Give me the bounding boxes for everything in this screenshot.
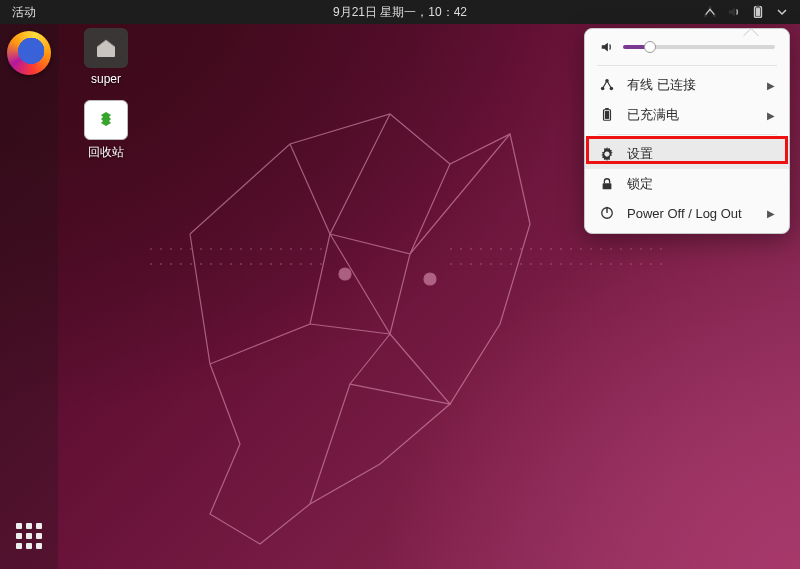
chevron-right-icon: ▶ [767,110,775,121]
volume-icon [599,39,615,55]
svg-rect-4 [756,5,760,7]
show-applications-button[interactable] [6,513,52,559]
svg-rect-5 [756,8,760,16]
chevron-right-icon: ▶ [767,80,775,91]
volume-icon [726,4,742,20]
home-folder-icon [84,28,128,68]
volume-row [585,29,789,61]
svg-rect-20 [606,207,607,213]
network-icon [599,77,615,93]
battery-icon [599,107,615,123]
top-bar: 活动 9月21日 星期一，10：42 [0,0,800,24]
menu-item-label: 已充满电 [627,106,679,124]
activities-button[interactable]: 活动 [0,4,48,21]
battery-icon [750,4,766,20]
clock[interactable]: 9月21日 星期一，10：42 [333,4,467,21]
menu-item-label: 设置 [627,145,653,163]
desktop-icons: super 回收站 [70,28,142,175]
trash-icon [84,100,128,140]
volume-slider[interactable] [623,45,775,49]
network-icon [702,4,718,20]
menu-item-power[interactable]: Power Off / Log Out ▶ [585,199,789,227]
desktop-icon-trash[interactable]: 回收站 [70,100,142,161]
menu-item-label: 锁定 [627,175,653,193]
svg-rect-16 [605,108,609,110]
desktop-icon-label: 回收站 [70,144,142,161]
firefox-icon [7,31,51,75]
chevron-right-icon: ▶ [767,208,775,219]
menu-item-battery[interactable]: 已充满电 ▶ [585,100,789,130]
desktop-icon-label: super [70,72,142,86]
svg-point-6 [339,268,351,280]
menu-item-lock[interactable]: 锁定 [585,169,789,199]
separator [597,65,777,66]
menu-item-settings[interactable]: 设置 [585,139,789,169]
menu-item-label: 有线 已连接 [627,76,696,94]
separator [597,134,777,135]
svg-rect-17 [605,111,609,119]
apps-grid-icon [16,523,42,549]
power-icon [599,205,615,221]
system-tray[interactable] [692,4,800,20]
desktop-icon-home[interactable]: super [70,28,142,86]
menu-item-label: Power Off / Log Out [627,206,742,221]
menu-item-network[interactable]: 有线 已连接 ▶ [585,70,789,100]
dock-app-firefox[interactable] [6,30,52,76]
chevron-down-icon [774,4,790,20]
gear-icon [599,146,615,162]
system-menu: 有线 已连接 ▶ 已充满电 ▶ 设置 锁定 Power Off / Log Ou… [584,28,790,234]
volume-slider-thumb[interactable] [644,41,656,53]
svg-rect-18 [603,183,612,189]
svg-point-7 [424,273,436,285]
lock-icon [599,176,615,192]
dock [0,24,58,569]
